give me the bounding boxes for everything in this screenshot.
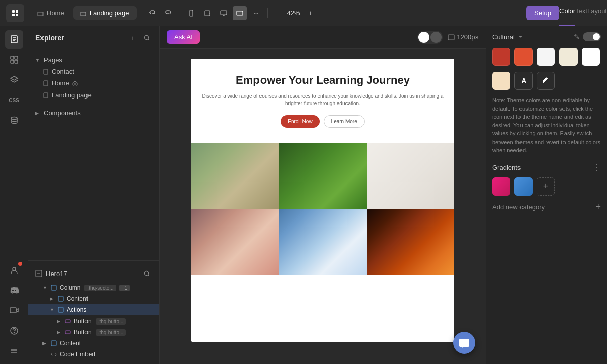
theme-name: Cultural xyxy=(492,33,515,41)
hero-heading: Empower Your Learning Journey xyxy=(201,74,444,87)
column-label: Column xyxy=(60,284,80,291)
tablet-view-btn[interactable] xyxy=(200,6,214,20)
gradient-pink[interactable] xyxy=(492,177,510,196)
swatch-peach[interactable] xyxy=(492,72,510,90)
tab-home[interactable]: Home xyxy=(30,6,71,20)
gradients-section-header: Gradients ⋮ xyxy=(492,163,601,172)
svg-rect-3 xyxy=(16,14,18,16)
light-theme-dot[interactable] xyxy=(418,32,429,43)
sidebar-data-icon[interactable] xyxy=(5,111,23,129)
page-contact[interactable]: Contact xyxy=(28,66,159,77)
column-tag: .thq-secto... xyxy=(84,285,116,291)
swatch-fill[interactable] xyxy=(537,72,555,90)
svg-rect-17 xyxy=(15,56,18,59)
color-swatches-row2: A xyxy=(492,72,601,90)
page-landing-label: Landing page xyxy=(52,91,92,99)
sidebar-help-icon[interactable] xyxy=(5,322,23,340)
svg-rect-39 xyxy=(58,307,63,312)
page-landing[interactable]: Landing page xyxy=(28,89,159,101)
tree-content-1[interactable]: ▶ Content xyxy=(28,293,159,304)
widescreen-view-btn[interactable] xyxy=(233,6,247,20)
desktop-view-btn[interactable] xyxy=(216,6,231,20)
sidebar-layers-icon[interactable] xyxy=(5,71,23,89)
theme-toggle[interactable] xyxy=(417,31,443,44)
add-gradient-btn[interactable]: + xyxy=(537,177,555,196)
learn-more-btn[interactable]: Learn More xyxy=(324,115,365,128)
content2-label: Content xyxy=(60,340,81,347)
swatch-red-dark[interactable] xyxy=(492,48,510,66)
more-options-btn[interactable]: ··· xyxy=(249,6,263,20)
zoom-out-btn[interactable]: − xyxy=(272,8,283,19)
setup-button[interactable]: Setup xyxy=(526,6,559,20)
chat-fab[interactable] xyxy=(453,332,475,354)
components-group[interactable]: ▶ Components xyxy=(28,107,159,119)
svg-rect-2 xyxy=(12,14,15,16)
ask-ai-button[interactable]: Ask AI xyxy=(167,30,200,44)
tree-button-1[interactable]: ▶ Button .thq-butto... xyxy=(28,315,159,327)
pages-arrow: ▼ xyxy=(35,58,40,63)
enroll-btn[interactable]: Enroll Now xyxy=(281,115,319,128)
page-home[interactable]: Home xyxy=(28,77,159,89)
top-bar-right: Setup xyxy=(526,6,559,20)
gradient-blue[interactable] xyxy=(514,177,533,196)
swatch-white[interactable] xyxy=(537,48,555,66)
tab-landing-page[interactable]: Landing page xyxy=(73,6,137,20)
sidebar-users-icon[interactable] xyxy=(5,261,23,279)
add-page-icon[interactable] xyxy=(6,4,24,22)
canvas-tabs: Home Landing page ··· − 42% xyxy=(30,6,526,20)
search-tree-btn[interactable] xyxy=(141,268,152,279)
btn1-icon xyxy=(65,318,71,324)
theme-edit-icon[interactable]: ✎ xyxy=(574,33,580,41)
pages-label: Pages xyxy=(44,56,62,64)
separator3 xyxy=(267,8,268,18)
tree-actions[interactable]: ▼ Actions xyxy=(28,304,159,315)
swatch-cream[interactable] xyxy=(559,48,578,66)
color-panel-content: Cultural ✎ A xyxy=(486,26,607,364)
tree-content-2[interactable]: ▶ Content xyxy=(28,338,159,349)
theme-selector[interactable]: Cultural xyxy=(492,33,523,41)
page-icon2 xyxy=(42,80,49,86)
sidebar-components-icon[interactable] xyxy=(5,51,23,69)
gradients-more-btn[interactable]: ⋮ xyxy=(593,163,601,172)
sidebar-menu-icon[interactable] xyxy=(5,342,23,360)
tab-color[interactable]: Color xyxy=(559,0,575,26)
svg-line-36 xyxy=(148,275,149,276)
mobile-view-btn[interactable] xyxy=(184,6,198,20)
add-category-btn[interactable]: + xyxy=(595,202,601,212)
grid-image-3 xyxy=(367,143,454,209)
svg-rect-41 xyxy=(65,331,70,334)
redo-btn[interactable] xyxy=(161,6,176,20)
svg-point-28 xyxy=(144,35,148,39)
tab-text[interactable]: Text xyxy=(575,0,587,26)
svg-rect-1 xyxy=(16,10,18,13)
tree-code-embed[interactable]: Code Embed xyxy=(28,349,159,360)
sidebar-discord-icon[interactable] xyxy=(5,281,23,299)
search-pages-btn[interactable] xyxy=(141,32,152,43)
content-arrow: ▶ xyxy=(50,296,55,301)
sidebar-css-icon[interactable]: CSS xyxy=(5,91,23,109)
sidebar-pages-icon[interactable] xyxy=(5,30,23,49)
tree-button-2[interactable]: ▶ Button .thq-butto... xyxy=(28,327,159,338)
actions-label: Actions xyxy=(67,306,86,313)
dark-theme-dot[interactable] xyxy=(430,32,442,43)
theme-toggle-switch[interactable] xyxy=(583,32,601,41)
color-swatches-row1 xyxy=(492,48,601,66)
zoom-in-btn[interactable]: + xyxy=(305,8,316,19)
add-category-row[interactable]: Add new category + xyxy=(492,202,601,212)
swatch-pure-white[interactable] xyxy=(582,48,600,66)
sidebar-video-icon[interactable] xyxy=(5,301,23,320)
gradients-label: Gradients xyxy=(492,164,521,171)
canvas-scroll[interactable]: Empower Your Learning Journey Discover a… xyxy=(160,49,486,364)
canvas-toolbar: Ask AI 1200px xyxy=(160,26,486,49)
grid-image-6 xyxy=(367,209,454,275)
components-label: Components xyxy=(44,109,81,117)
pages-group[interactable]: ▼ Pages xyxy=(28,54,159,66)
undo-btn[interactable] xyxy=(145,6,159,20)
tab-layout[interactable]: Layout xyxy=(587,0,607,26)
swatch-orange-red[interactable] xyxy=(514,48,533,66)
swatch-text[interactable]: A xyxy=(514,72,533,90)
svg-rect-31 xyxy=(44,81,48,86)
add-page-btn[interactable]: + xyxy=(127,32,138,43)
svg-rect-38 xyxy=(58,296,63,301)
tree-column[interactable]: ▼ Column .thq-secto... +1 xyxy=(28,282,159,293)
